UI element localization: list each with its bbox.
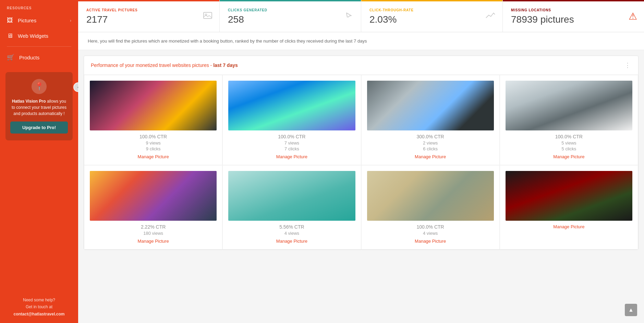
picture-ctr-3: 300.0% CTR	[367, 134, 494, 139]
sidebar-collapse-button[interactable]: ‹	[73, 82, 78, 92]
resources-label: RESOURCES	[0, 0, 78, 13]
help-line1: Need some help?	[7, 297, 71, 303]
stats-row: ACTIVE TRAVEL PICTURES 2177 CLICKS GENER…	[78, 0, 644, 32]
picture-clicks-4: 5 clicks	[506, 146, 632, 151]
manage-picture-link-6[interactable]: Manage Picture	[228, 239, 355, 244]
clicks-value: 258	[228, 14, 353, 25]
sidebar-item-web-widgets[interactable]: 🖥 Web Widgets	[0, 28, 78, 44]
help-section: Need some help? Get in touch at contact@…	[0, 291, 78, 323]
performance-header: Performance of your monetized travel web…	[84, 56, 638, 75]
svg-rect-0	[204, 12, 212, 19]
picture-ctr-6: 5.56% CTR	[228, 224, 355, 230]
ctr-value: 2.03%	[369, 14, 494, 25]
active-pictures-label: ACTIVE TRAVEL PICTURES	[86, 8, 211, 12]
sidebar-item-products[interactable]: 🛒 Products	[0, 49, 78, 65]
sidebar: RESOURCES 🖼 Pictures › 🖥 Web Widgets 🛒 P…	[0, 0, 78, 323]
clicks-icon	[344, 10, 354, 22]
picture-card-3: 300.0% CTR2 views6 clicksManage Picture	[361, 75, 500, 165]
pictures-icon: 🖼	[7, 17, 13, 24]
picture-image-4	[506, 81, 632, 130]
ctr-bar	[361, 0, 502, 1]
picture-ctr-2: 100.0% CTR	[228, 134, 355, 139]
picture-image-8	[506, 171, 632, 221]
picture-grid: 100.0% CTR9 views9 clicksManage Picture1…	[84, 75, 638, 250]
manage-picture-link-5[interactable]: Manage Picture	[90, 239, 217, 244]
picture-card-2: 100.0% CTR7 views7 clicksManage Picture	[222, 75, 361, 165]
help-email: contact@hatlastravel.com	[13, 312, 64, 316]
picture-clicks-1: 9 clicks	[90, 146, 217, 151]
missing-label: MISSING LOCATIONS	[511, 8, 636, 12]
active-pictures-icon	[203, 11, 212, 22]
manage-picture-link-2[interactable]: Manage Picture	[228, 154, 355, 159]
description-bar: Here, you will find the pictures which a…	[78, 32, 644, 50]
sidebar-item-pictures[interactable]: 🖼 Pictures ›	[0, 13, 78, 28]
picture-card-6: 5.56% CTR4 viewsManage Picture	[222, 165, 361, 250]
picture-card-7: 100.0% CTR4 viewsManage Picture	[361, 165, 500, 250]
picture-image-3	[367, 81, 494, 130]
active-pictures-bar	[78, 0, 219, 1]
stat-clicks-generated: CLICKS GENERATED 258	[220, 0, 361, 32]
picture-views-2: 7 views	[228, 140, 355, 146]
products-label: Products	[19, 55, 39, 60]
picture-card-8: Manage Picture	[500, 165, 638, 250]
stat-ctr: CLICK-THROUGH-RATE 2.03%	[361, 0, 503, 32]
perf-title-bold: last 7 days	[213, 62, 238, 68]
pictures-chevron: ›	[70, 18, 71, 23]
stat-missing-locations: MISSING LOCATIONS 78939 pictures ⚠	[503, 0, 644, 32]
web-widgets-label: Web Widgets	[18, 33, 48, 39]
manage-picture-link-4[interactable]: Manage Picture	[506, 154, 632, 159]
promo-text: Hatlas Vision Pro allows you to connect …	[10, 98, 68, 117]
picture-ctr-1: 100.0% CTR	[90, 134, 217, 139]
promo-brand: Hatlas Vision Pro	[12, 99, 46, 104]
picture-ctr-7: 100.0% CTR	[367, 224, 494, 230]
manage-picture-link-1[interactable]: Manage Picture	[90, 154, 217, 159]
performance-title: Performance of your monetized travel web…	[91, 62, 238, 68]
picture-ctr-5: 2.22% CTR	[90, 224, 217, 230]
sidebar-divider	[7, 46, 71, 47]
pin-icon: 📍	[32, 79, 47, 94]
picture-card-4: 100.0% CTR5 views5 clicksManage Picture	[500, 75, 638, 165]
picture-views-1: 9 views	[90, 140, 217, 146]
picture-views-4: 5 views	[506, 140, 632, 146]
picture-image-5	[90, 171, 217, 221]
picture-card-1: 100.0% CTR9 views9 clicksManage Picture	[84, 75, 222, 165]
perf-title-text: Performance of your monetized travel web…	[91, 62, 213, 68]
pictures-label: Pictures	[18, 18, 36, 23]
picture-ctr-4: 100.0% CTR	[506, 134, 632, 139]
clicks-label: CLICKS GENERATED	[228, 8, 353, 12]
upgrade-button[interactable]: Upgrade to Pro!	[10, 122, 68, 134]
picture-image-7	[367, 171, 494, 221]
picture-clicks-2: 7 clicks	[228, 146, 355, 151]
performance-menu-button[interactable]: ⋮	[624, 61, 631, 69]
stat-active-travel-pictures: ACTIVE TRAVEL PICTURES 2177	[78, 0, 220, 32]
ctr-label: CLICK-THROUGH-RATE	[369, 8, 494, 12]
scroll-to-top-button[interactable]: ▲	[625, 304, 637, 316]
picture-image-2	[228, 81, 355, 130]
manage-picture-link-7[interactable]: Manage Picture	[367, 239, 494, 244]
missing-bar	[503, 0, 644, 1]
missing-number: 78939	[511, 14, 538, 25]
clicks-bar	[220, 0, 361, 1]
help-line2: Get in touch at	[7, 303, 71, 310]
description-text: Here, you will find the pictures which a…	[88, 38, 367, 44]
picture-image-1	[90, 81, 217, 130]
picture-views-5: 180 views	[90, 231, 217, 236]
ctr-icon	[485, 11, 496, 22]
picture-views-7: 4 views	[367, 231, 494, 236]
manage-picture-link-3[interactable]: Manage Picture	[367, 154, 494, 159]
main-content: ACTIVE TRAVEL PICTURES 2177 CLICKS GENER…	[78, 0, 644, 323]
active-pictures-value: 2177	[86, 14, 211, 25]
missing-suffix: pictures	[538, 14, 574, 25]
picture-image-6	[228, 171, 355, 221]
web-widgets-icon: 🖥	[7, 32, 13, 39]
performance-section: Performance of your monetized travel web…	[84, 56, 639, 250]
scroll-top-icon: ▲	[628, 307, 634, 313]
missing-value: 78939 pictures	[511, 14, 636, 25]
picture-views-6: 4 views	[228, 231, 355, 236]
products-icon: 🛒	[7, 54, 14, 61]
picture-clicks-3: 6 clicks	[367, 146, 494, 151]
picture-views-3: 2 views	[367, 140, 494, 146]
promo-box: 📍 Hatlas Vision Pro allows you to connec…	[5, 72, 73, 140]
manage-picture-link-8[interactable]: Manage Picture	[506, 224, 632, 229]
missing-icon: ⚠	[629, 10, 637, 22]
